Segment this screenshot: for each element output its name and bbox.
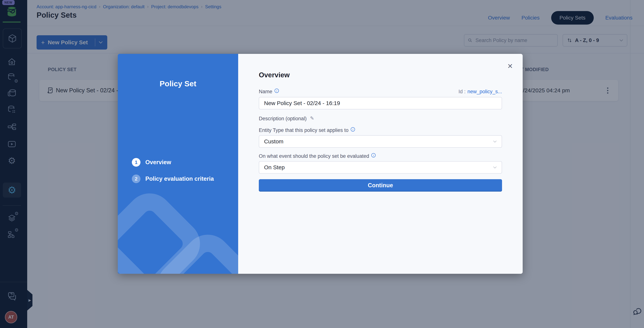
event-label: On what event should the policy set be e… <box>259 153 369 159</box>
app-root: NEW <box>0 0 644 328</box>
continue-button[interactable]: Continue <box>259 179 502 192</box>
name-label-row: Name i <box>259 89 279 95</box>
edit-pencil-icon[interactable]: ✎ <box>310 115 314 121</box>
entity-type-value: Custom <box>264 138 283 145</box>
policy-set-wizard-modal: Policy Set 1 Overview 2 Policy evaluatio… <box>118 54 523 274</box>
entity-id-row: Id : new_policy_s... <box>458 89 502 95</box>
id-prefix: Id : <box>458 89 466 95</box>
form-heading: Overview <box>259 71 290 79</box>
description-label: Description (optional) <box>259 116 306 122</box>
wizard-panel: Policy Set 1 Overview 2 Policy evaluatio… <box>118 54 238 274</box>
info-icon[interactable]: i <box>351 127 355 132</box>
info-icon[interactable]: i <box>274 89 279 93</box>
wizard-form-panel: ✕ Overview Name i Id : new_policy_s... D… <box>238 54 523 274</box>
entity-type-select[interactable]: Custom <box>259 135 502 148</box>
chevron-down-icon <box>493 166 497 169</box>
harness-watermark <box>118 154 238 274</box>
name-input[interactable] <box>259 97 502 109</box>
description-label-row: Description (optional) ✎ <box>259 116 314 122</box>
info-icon[interactable]: i <box>371 153 376 157</box>
chevron-down-icon <box>493 140 497 143</box>
event-select[interactable]: On Step <box>259 161 502 174</box>
entity-type-label-row: Entity Type that this policy set applies… <box>259 127 355 133</box>
close-icon[interactable]: ✕ <box>507 63 513 70</box>
event-label-row: On what event should the policy set be e… <box>259 153 376 159</box>
wizard-title: Policy Set <box>118 79 238 88</box>
entity-type-label: Entity Type that this policy set applies… <box>259 127 348 133</box>
name-label: Name <box>259 89 272 95</box>
event-value: On Step <box>264 164 285 171</box>
id-link[interactable]: new_policy_s... <box>467 89 502 95</box>
